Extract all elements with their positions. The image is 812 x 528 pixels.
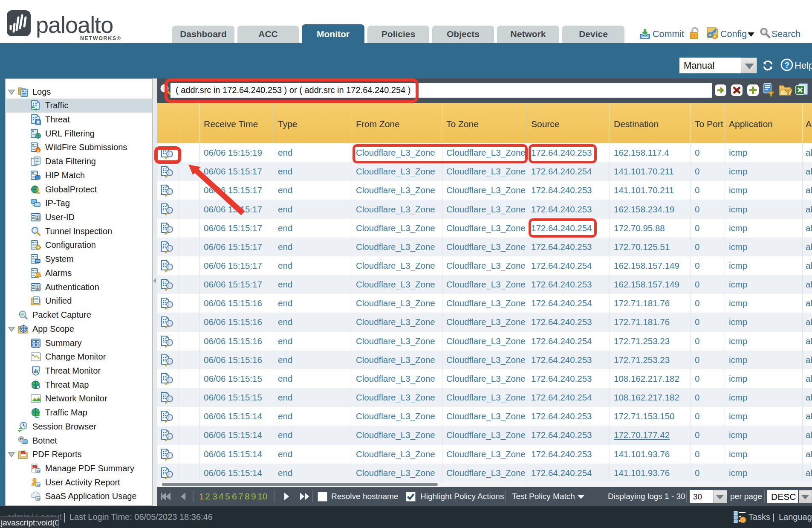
- svg-text:NETWORKS®: NETWORKS®: [80, 35, 121, 41]
- svg-text:paloalto: paloalto: [36, 12, 113, 38]
- svg-text:?: ?: [784, 61, 789, 70]
